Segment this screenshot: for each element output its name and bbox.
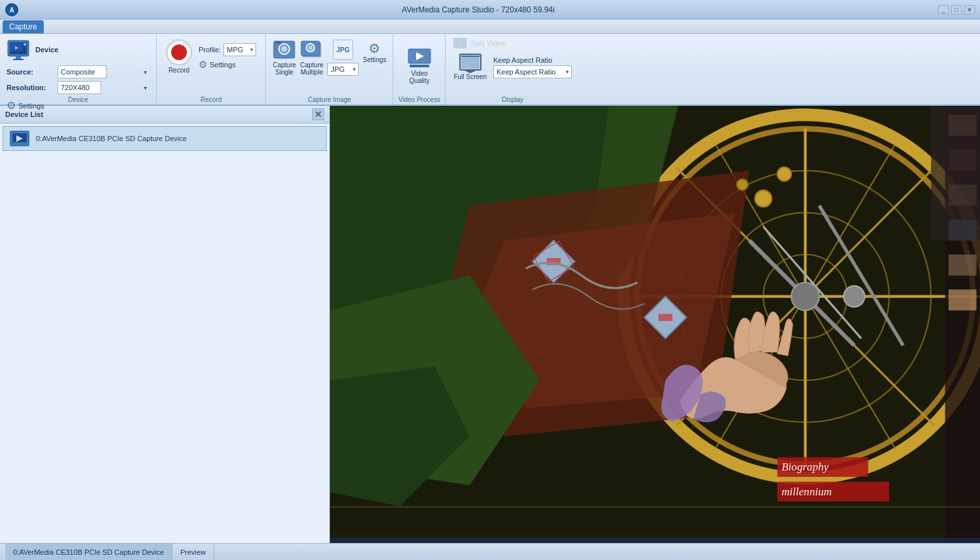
list-item[interactable]: 0:AVerMedia CE310B PCIe SD Capture Devic… [3, 126, 327, 151]
statusbar-item-preview[interactable]: Preview [172, 544, 214, 560]
svg-rect-4 [16, 56, 21, 59]
svg-point-16 [308, 46, 313, 50]
record-settings-row: ⚙ Settings [199, 59, 256, 71]
svg-text:Biography: Biography [781, 461, 829, 473]
capture-multiple-button[interactable]: CaptureMultiple [300, 38, 323, 76]
capture-multiple-label: CaptureMultiple [300, 61, 323, 76]
profile-select[interactable]: MPG [223, 43, 256, 56]
menubar: Capture [0, 20, 980, 34]
capture-single-label: CaptureSingle [272, 61, 296, 76]
device-list-item-label: 0:AVerMedia CE310B PCIe SD Capture Devic… [36, 135, 187, 142]
record-button-label: Record [169, 67, 189, 74]
fullscreen-keep-row: Full Screen Keep Aspect Ratio Keep Aspec… [453, 54, 572, 80]
svg-rect-25 [461, 56, 480, 69]
capture-single-icon [272, 38, 296, 61]
svg-rect-12 [276, 41, 281, 44]
titlebar: A AVerMedia Capture Studio - 720x480 59.… [0, 0, 980, 20]
keep-aspect-select[interactable]: Keep Aspect Ratio Stretch [493, 65, 572, 78]
svg-point-68 [755, 190, 772, 207]
close-button[interactable]: ✕ [964, 5, 975, 14]
minimize-button[interactable]: _ [938, 5, 949, 14]
device-icon: ▶ [7, 38, 30, 61]
svg-point-70 [737, 179, 748, 190]
video-quality-icon [407, 45, 432, 70]
svg-point-6 [24, 43, 26, 46]
device-list-close-button[interactable]: ✕ [312, 108, 324, 120]
restore-button[interactable]: □ [951, 5, 962, 14]
app-logo: A [5, 3, 18, 16]
device-section-label: Device [0, 96, 156, 103]
capture-single-button[interactable]: CaptureSingle [272, 38, 296, 76]
svg-rect-55 [931, 106, 980, 240]
menubar-item-capture[interactable]: Capture [3, 20, 44, 33]
capture-settings-button[interactable]: ⚙ Settings [363, 38, 386, 63]
toolbar-device-section: ▶ Device Source: Composite Resolution: 7… [0, 34, 157, 105]
full-screen-label: Full Screen [453, 73, 487, 80]
record-options: Profile: MPG ⚙ Settings [199, 43, 256, 71]
capture-format-icon: JPG [331, 38, 355, 61]
source-label: Source: [7, 68, 54, 76]
source-select[interactable]: Composite [57, 65, 106, 78]
video-preview: Biography millennium [330, 106, 980, 543]
svg-rect-60 [330, 506, 980, 508]
toolbar-display-section: Split Video Full Screen Keep Aspect Rati… [446, 34, 580, 105]
svg-text:millennium: millennium [781, 486, 832, 498]
svg-text:JPG: JPG [336, 46, 350, 54]
resolution-label: Resolution: [7, 84, 54, 91]
svg-rect-47 [659, 314, 672, 321]
keep-aspect-select-wrapper: Keep Aspect Ratio Stretch [493, 65, 572, 78]
split-video-icon [453, 38, 466, 48]
device-list-item-icon [10, 131, 29, 146]
capture-buttons-row: CaptureSingle CaptureMultiple JPG [272, 38, 386, 76]
statusbar: 0:AVerMedia CE310B PCIe SD Capture Devic… [0, 543, 980, 560]
statusbar-item-device[interactable]: 0:AVerMedia CE310B PCIe SD Capture Devic… [5, 544, 172, 560]
toolbar-video-process-section: VideoQuality Video Process [393, 34, 446, 105]
capture-settings-gear-icon: ⚙ [368, 41, 380, 56]
svg-point-69 [777, 167, 791, 181]
svg-rect-5 [13, 59, 24, 60]
svg-rect-21 [410, 65, 429, 67]
capture-format-group: JPG JPG BMP PNG [327, 38, 359, 76]
profile-select-wrapper: MPG [223, 43, 256, 56]
toolbar-capture-section: CaptureSingle CaptureMultiple JPG [266, 34, 393, 105]
svg-text:A: A [9, 7, 14, 14]
window-controls: _ □ ✕ [938, 5, 975, 14]
svg-rect-23 [461, 38, 466, 48]
video-background: Biography millennium [330, 106, 980, 543]
video-process-section-label: Video Process [393, 96, 445, 103]
record-settings-gear-icon: ⚙ [199, 59, 207, 71]
video-quality-button[interactable]: VideoQuality [407, 45, 432, 84]
svg-point-66 [843, 286, 864, 307]
jpg-select-wrapper: JPG BMP PNG [327, 63, 359, 76]
capture-settings-label: Settings [363, 56, 386, 63]
main-area: Device List ✕ 0:AVerMedia CE310B PCIe SD… [0, 106, 980, 543]
svg-point-11 [281, 46, 287, 52]
source-row: Source: Composite [7, 65, 150, 78]
window-title: AVerMedia Capture Studio - 720x480 59.94… [18, 5, 938, 14]
full-screen-icon [459, 54, 482, 73]
svg-rect-26 [461, 56, 480, 57]
resolution-select[interactable]: 720X480 [57, 81, 101, 94]
svg-rect-22 [453, 38, 459, 48]
resolution-row: Resolution: 720X480 [7, 81, 150, 94]
jpg-select[interactable]: JPG BMP PNG [327, 63, 359, 76]
keep-aspect-ratio-label: Keep Aspect Ratio [493, 56, 572, 64]
svg-rect-54 [949, 289, 977, 310]
toolbar-record-section: Record Profile: MPG ⚙ Settings Reco [157, 34, 266, 105]
record-settings-label[interactable]: Settings [210, 61, 236, 69]
profile-label: Profile: [199, 46, 221, 54]
video-quality-label: VideoQuality [409, 70, 429, 84]
toolbar: ▶ Device Source: Composite Resolution: 7… [0, 34, 980, 106]
svg-rect-53 [949, 255, 977, 276]
device-section-header-label: Device [35, 46, 58, 54]
record-button[interactable]: Record [166, 39, 192, 74]
full-screen-button[interactable]: Full Screen [453, 54, 487, 80]
source-select-wrapper: Composite [57, 65, 150, 78]
record-section-label: Record [157, 96, 265, 103]
device-list-panel: Device List ✕ 0:AVerMedia CE310B PCIe SD… [0, 106, 330, 543]
display-section-label: Display [446, 96, 580, 103]
video-canvas: Biography millennium [330, 106, 980, 543]
keep-aspect-ratio-group: Keep Aspect Ratio Keep Aspect Ratio Stre… [493, 56, 572, 78]
capture-section-label: Capture Image [266, 96, 393, 103]
svg-point-67 [791, 282, 819, 310]
